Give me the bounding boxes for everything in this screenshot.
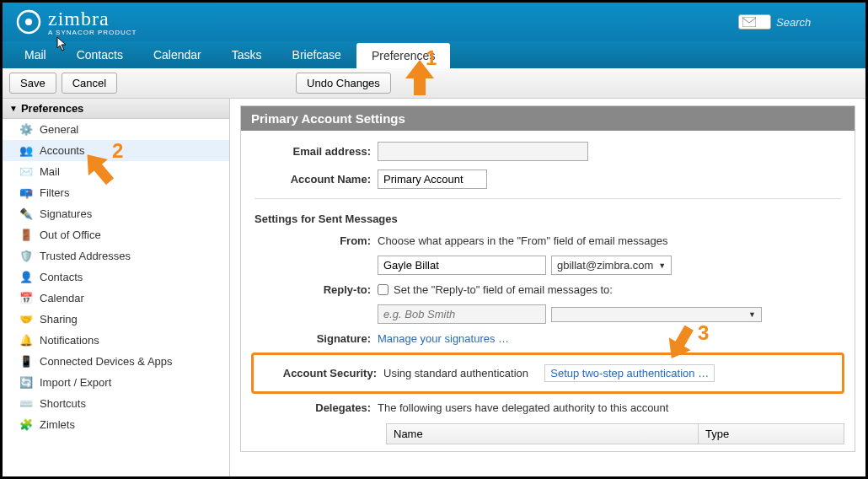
manage-signatures-link[interactable]: Manage your signatures … xyxy=(378,332,509,345)
replyto-name-field xyxy=(378,304,546,324)
undo-button[interactable]: Undo Changes xyxy=(296,73,391,94)
cancel-button[interactable]: Cancel xyxy=(62,73,117,94)
sidebar-item-notifications[interactable]: 🔔Notifications xyxy=(3,330,229,351)
security-status: Using standard authentication xyxy=(383,367,528,379)
replyto-address-select: ▼ xyxy=(551,307,762,322)
delegates-col-name: Name xyxy=(387,424,699,444)
sidebar-item-general[interactable]: ⚙️General xyxy=(3,119,229,140)
people-icon: 👥 xyxy=(19,144,33,157)
from-name-field[interactable] xyxy=(378,256,546,275)
delegates-table: Name Type xyxy=(386,423,844,444)
device-icon: 📱 xyxy=(19,355,33,368)
replyto-help: Set the "Reply-to" field of email messag… xyxy=(394,283,613,296)
delegates-label: Delegates: xyxy=(251,401,378,414)
sidebar-item-devices[interactable]: 📱Connected Devices & Apps xyxy=(3,351,229,372)
toolbar: Save Cancel Undo Changes xyxy=(3,68,865,99)
puzzle-icon: 🧩 xyxy=(19,418,33,431)
delegates-help: The following users have delegated autho… xyxy=(378,401,668,414)
sidebar-item-shortcuts[interactable]: ⌨️Shortcuts xyxy=(3,393,229,414)
gear-icon: ⚙️ xyxy=(19,123,33,136)
svg-point-1 xyxy=(25,19,32,25)
section-title: Primary Account Settings xyxy=(241,106,855,131)
tab-mail[interactable]: Mail xyxy=(9,41,62,68)
svg-rect-2 xyxy=(742,17,756,27)
tab-calendar[interactable]: Calendar xyxy=(138,41,217,68)
sidebar-item-filters[interactable]: 📪Filters xyxy=(3,182,229,203)
sidebar: ▼ Preferences ⚙️General 👥Accounts ✉️Mail… xyxy=(3,99,230,476)
email-label: Email address: xyxy=(251,145,378,158)
replyto-label: Reply-to: xyxy=(251,283,378,296)
setup-2fa-link[interactable]: Setup two-step authentication … xyxy=(544,364,715,382)
replyto-checkbox[interactable] xyxy=(378,284,388,295)
pen-icon: ✒️ xyxy=(19,207,33,220)
shield-icon: 🛡️ xyxy=(19,250,33,262)
security-highlight: Account Security: Using standard authent… xyxy=(251,353,844,394)
account-name-field[interactable] xyxy=(378,170,487,189)
security-label: Account Security: xyxy=(257,367,383,379)
sidebar-item-import[interactable]: 🔄Import / Export xyxy=(3,372,229,393)
content: Primary Account Settings Email address: … xyxy=(230,99,865,476)
sidebar-item-zimlets[interactable]: 🧩Zimlets xyxy=(3,414,229,435)
brand-sub: A SYNACOR PRODUCT xyxy=(48,29,137,36)
caret-down-icon: ▼ xyxy=(759,18,767,26)
tab-contacts[interactable]: Contacts xyxy=(62,41,138,68)
sidebar-header[interactable]: ▼ Preferences xyxy=(3,99,229,119)
email-field[interactable] xyxy=(378,142,588,161)
signature-label: Signature: xyxy=(251,332,378,345)
sidebar-item-signatures[interactable]: ✒️Signatures xyxy=(3,203,229,224)
from-help: Choose what appears in the "From" field … xyxy=(378,234,668,247)
calendar-icon: 📅 xyxy=(19,292,33,304)
logo: zimbra A SYNACOR PRODUCT xyxy=(16,8,137,36)
sidebar-item-calendar[interactable]: 📅Calendar xyxy=(3,288,229,309)
import-icon: 🔄 xyxy=(19,376,33,389)
tab-preferences[interactable]: Preferences xyxy=(356,43,450,68)
sidebar-item-trusted[interactable]: 🛡️Trusted Addresses xyxy=(3,245,229,266)
sidebar-item-accounts[interactable]: 👥Accounts xyxy=(3,140,229,161)
tab-briefcase[interactable]: Briefcase xyxy=(277,41,356,68)
chevron-down-icon: ▼ xyxy=(9,104,18,113)
share-icon: 🤝 xyxy=(19,313,33,326)
contact-icon: 👤 xyxy=(19,271,33,283)
from-label: From: xyxy=(251,234,378,247)
keyboard-icon: ⌨️ xyxy=(19,397,33,410)
filter-icon: 📪 xyxy=(19,186,33,199)
sent-subhead: Settings for Sent Messages xyxy=(251,204,844,230)
account-name-label: Account Name: xyxy=(251,173,378,186)
door-icon: 🚪 xyxy=(19,229,33,241)
brand-name: zimbra xyxy=(48,8,137,30)
sidebar-item-contacts[interactable]: 👤Contacts xyxy=(3,266,229,288)
save-button[interactable]: Save xyxy=(9,73,56,94)
nav-tabs: Mail Contacts Calendar Tasks Briefcase P… xyxy=(3,41,865,68)
bell-icon: 🔔 xyxy=(19,334,33,347)
sidebar-item-ooo[interactable]: 🚪Out of Office xyxy=(3,224,229,245)
search-input[interactable] xyxy=(776,16,852,29)
tab-tasks[interactable]: Tasks xyxy=(217,41,277,68)
mail-icon: ✉️ xyxy=(19,165,33,178)
sidebar-item-sharing[interactable]: 🤝Sharing xyxy=(3,309,229,330)
header-bar: zimbra A SYNACOR PRODUCT ▼ xyxy=(3,3,865,41)
delegates-col-type: Type xyxy=(699,424,800,444)
logo-icon xyxy=(16,9,41,35)
search-scope-dropdown[interactable]: ▼ xyxy=(738,14,771,30)
from-address-select[interactable]: gbillat@zimbra.com▼ xyxy=(551,256,672,275)
